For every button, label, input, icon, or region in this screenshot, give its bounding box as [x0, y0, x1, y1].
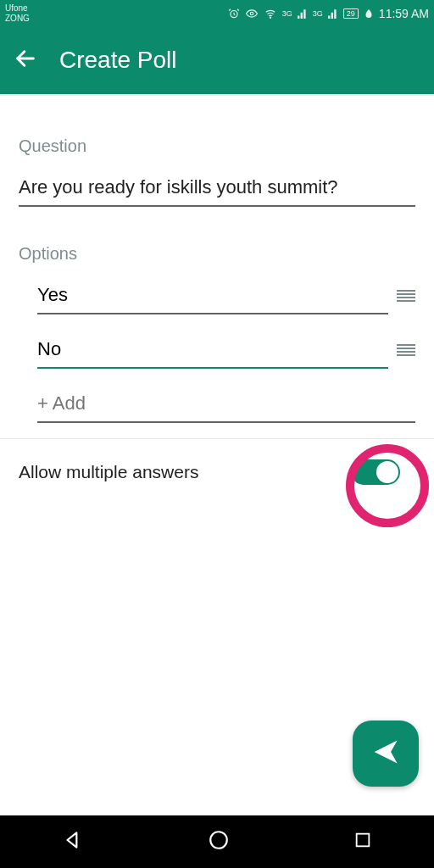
- allow-multiple-row: Allow multiple answers: [0, 439, 434, 485]
- highlight-ring: [346, 444, 429, 527]
- wifi-icon: [264, 8, 277, 19]
- alarm-icon: [228, 8, 240, 19]
- option-input-2[interactable]: [37, 338, 388, 369]
- nav-back-icon[interactable]: [62, 829, 84, 854]
- battery-level: 29: [343, 8, 359, 19]
- option-row: [37, 338, 415, 369]
- question-label: Question: [19, 136, 415, 156]
- status-icons: 3G 3G 29 11:59 AM: [228, 7, 429, 20]
- poll-form: Question Options: [0, 96, 434, 439]
- battery-saver-icon: [364, 8, 374, 19]
- svg-point-2: [270, 17, 270, 18]
- options-label: Options: [19, 244, 415, 264]
- visibility-icon: [245, 8, 259, 19]
- svg-rect-4: [357, 834, 370, 847]
- option-row: [37, 284, 415, 314]
- signal-1-icon: [298, 8, 308, 19]
- send-icon: [372, 738, 399, 769]
- svg-point-3: [210, 832, 227, 849]
- back-arrow-icon[interactable]: [14, 47, 37, 74]
- toggle-knob: [376, 461, 398, 483]
- carrier-1: Ufone: [5, 3, 30, 14]
- send-button[interactable]: [353, 721, 419, 787]
- status-bar: Ufone ZONG 3G 3G 29 11:59 AM: [0, 0, 434, 26]
- nav-recent-icon[interactable]: [353, 831, 372, 853]
- option-input-1[interactable]: [37, 284, 388, 314]
- clock: 11:59 AM: [379, 7, 429, 20]
- allow-multiple-label: Allow multiple answers: [19, 462, 198, 482]
- network-1-label: 3G: [282, 9, 292, 18]
- drag-handle-icon[interactable]: [397, 290, 415, 309]
- network-2-label: 3G: [313, 9, 323, 18]
- carrier-2: ZONG: [5, 14, 30, 24]
- drag-handle-icon[interactable]: [397, 344, 415, 363]
- add-option-row: [37, 392, 415, 423]
- page-title: Create Poll: [59, 47, 177, 74]
- signal-2-icon: [328, 8, 338, 19]
- nav-home-icon[interactable]: [208, 829, 230, 854]
- svg-point-1: [250, 12, 253, 15]
- allow-multiple-toggle[interactable]: [351, 459, 400, 485]
- carrier-labels: Ufone ZONG: [5, 3, 30, 24]
- system-nav-bar: [0, 815, 434, 868]
- app-header: Create Poll: [0, 26, 434, 96]
- question-input[interactable]: [19, 176, 415, 207]
- add-option-input[interactable]: [37, 392, 415, 423]
- options-section: Options: [19, 244, 415, 423]
